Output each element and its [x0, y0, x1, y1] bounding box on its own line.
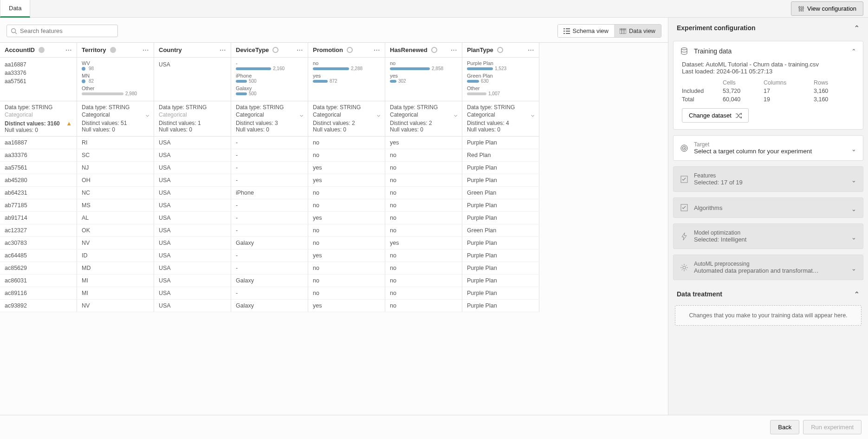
table-cell[interactable]: -: [231, 249, 308, 262]
table-cell[interactable]: USA: [154, 187, 231, 199]
table-cell[interactable]: Purple Plan: [462, 199, 539, 212]
table-cell[interactable]: no: [385, 224, 462, 237]
table-cell[interactable]: USA: [154, 162, 231, 174]
table-cell[interactable]: MD: [77, 262, 154, 275]
table-cell[interactable]: no: [308, 149, 385, 162]
table-cell[interactable]: Purple Plan: [462, 237, 539, 249]
column-header[interactable]: Promotion···: [308, 43, 385, 58]
table-cell[interactable]: iPhone: [231, 187, 308, 199]
column-header[interactable]: Country···: [154, 43, 231, 58]
data-view-button[interactable]: Data view: [614, 25, 661, 37]
more-icon[interactable]: ···: [220, 46, 226, 53]
table-cell[interactable]: no: [308, 287, 385, 300]
more-icon[interactable]: ···: [143, 46, 149, 53]
training-data-section[interactable]: Training data: [674, 41, 863, 61]
column-header[interactable]: Territory···: [77, 43, 154, 58]
column-header[interactable]: PlanType···: [462, 43, 539, 58]
table-cell[interactable]: aa57561: [0, 162, 77, 174]
table-cell[interactable]: MI: [77, 287, 154, 300]
table-cell[interactable]: AL: [77, 212, 154, 224]
table-cell[interactable]: no: [308, 187, 385, 199]
table-cell[interactable]: yes: [308, 300, 385, 312]
table-cell[interactable]: MI: [77, 275, 154, 287]
table-cell[interactable]: no: [385, 174, 462, 187]
radio-icon[interactable]: [272, 47, 279, 53]
column-header[interactable]: DeviceType···: [231, 43, 308, 58]
table-cell[interactable]: USA: [154, 174, 231, 187]
table-cell[interactable]: ID: [77, 249, 154, 262]
table-cell[interactable]: USA: [154, 275, 231, 287]
table-cell[interactable]: yes: [385, 137, 462, 149]
chevron-up-icon[interactable]: [851, 48, 856, 55]
table-cell[interactable]: aa33376: [0, 149, 77, 162]
table-cell[interactable]: yes: [385, 237, 462, 249]
table-cell[interactable]: SC: [77, 149, 154, 162]
table-cell[interactable]: no: [308, 275, 385, 287]
table-cell[interactable]: NJ: [77, 162, 154, 174]
table-cell[interactable]: -: [231, 199, 308, 212]
table-cell[interactable]: Galaxy: [231, 300, 308, 312]
table-cell[interactable]: USA: [154, 262, 231, 275]
table-cell[interactable]: -: [231, 149, 308, 162]
view-configuration-button[interactable]: View configuration: [791, 1, 863, 16]
table-cell[interactable]: Purple Plan: [462, 162, 539, 174]
table-cell[interactable]: yes: [308, 212, 385, 224]
table-cell[interactable]: no: [308, 137, 385, 149]
column-header[interactable]: HasRenewed···: [385, 43, 462, 58]
more-icon[interactable]: ···: [374, 46, 380, 53]
table-cell[interactable]: NC: [77, 187, 154, 199]
table-cell[interactable]: Purple Plan: [462, 137, 539, 149]
table-cell[interactable]: ac86031: [0, 275, 77, 287]
table-cell[interactable]: USA: [154, 249, 231, 262]
table-cell[interactable]: -: [231, 137, 308, 149]
table-cell[interactable]: Purple Plan: [462, 287, 539, 300]
chevron-down-icon[interactable]: [851, 144, 856, 151]
table-cell[interactable]: yes: [308, 162, 385, 174]
table-cell[interactable]: USA: [154, 224, 231, 237]
table-cell[interactable]: USA: [154, 237, 231, 249]
table-cell[interactable]: no: [385, 212, 462, 224]
table-cell[interactable]: no: [308, 199, 385, 212]
table-cell[interactable]: yes: [308, 174, 385, 187]
table-cell[interactable]: Galaxy: [231, 237, 308, 249]
table-cell[interactable]: no: [308, 262, 385, 275]
more-icon[interactable]: ···: [297, 46, 303, 53]
table-cell[interactable]: Green Plan: [462, 224, 539, 237]
table-cell[interactable]: ab91714: [0, 212, 77, 224]
table-cell[interactable]: no: [385, 162, 462, 174]
column-header[interactable]: AccountID···: [0, 43, 77, 58]
model-optimization-section[interactable]: Model optimization Selected: Intelligent: [674, 224, 863, 249]
table-cell[interactable]: Purple Plan: [462, 174, 539, 187]
search-input[interactable]: [20, 27, 114, 34]
table-cell[interactable]: -: [231, 174, 308, 187]
preprocessing-section[interactable]: AutoML preprocessing Automated data prep…: [674, 255, 863, 280]
table-cell[interactable]: Purple Plan: [462, 212, 539, 224]
target-section[interactable]: Target Select a target column for your e…: [674, 136, 863, 160]
search-input-wrap[interactable]: [6, 25, 118, 37]
radio-icon[interactable]: [497, 47, 503, 53]
run-experiment-button[interactable]: Run experiment: [803, 420, 862, 434]
table-cell[interactable]: -: [231, 262, 308, 275]
algorithms-section[interactable]: Algorithms: [674, 198, 863, 217]
table-cell[interactable]: no: [385, 287, 462, 300]
table-cell[interactable]: ab77185: [0, 199, 77, 212]
table-cell[interactable]: ac12327: [0, 224, 77, 237]
table-cell[interactable]: ac64485: [0, 249, 77, 262]
table-cell[interactable]: Purple Plan: [462, 249, 539, 262]
table-cell[interactable]: yes: [308, 249, 385, 262]
table-cell[interactable]: ac30783: [0, 237, 77, 249]
table-cell[interactable]: USA: [154, 287, 231, 300]
more-icon[interactable]: ···: [451, 46, 457, 53]
table-cell[interactable]: no: [385, 149, 462, 162]
table-cell[interactable]: no: [385, 249, 462, 262]
table-cell[interactable]: MS: [77, 199, 154, 212]
table-cell[interactable]: USA: [154, 199, 231, 212]
table-cell[interactable]: ab45280: [0, 174, 77, 187]
table-cell[interactable]: no: [385, 262, 462, 275]
table-cell[interactable]: -: [231, 287, 308, 300]
table-cell[interactable]: Galaxy: [231, 275, 308, 287]
table-cell[interactable]: ac89116: [0, 287, 77, 300]
table-cell[interactable]: USA: [154, 149, 231, 162]
chevron-up-icon[interactable]: [854, 290, 860, 298]
chevron-down-icon[interactable]: [146, 111, 149, 118]
